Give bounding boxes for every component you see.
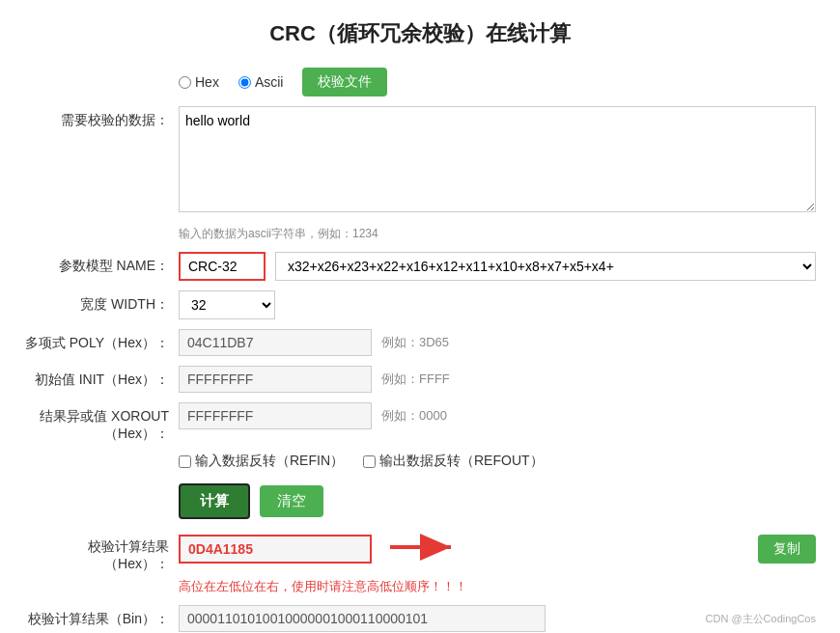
data-hint: 输入的数据为ascii字符串，例如：1234 [179,226,378,242]
data-input-row: 需要校验的数据： hello world 输入的数据为ascii字符串，例如：1… [24,106,816,242]
result-bin-input[interactable] [179,605,546,632]
cdn-watermark: CDN @主公CodingCos [706,612,816,626]
result-bin-row: 校验计算结果（Bin）： CDN @主公CodingCos [24,605,816,632]
result-hex-input[interactable] [179,535,372,564]
action-row: 计算 清空 [24,483,816,519]
param-name-input[interactable] [179,252,266,281]
refin-label[interactable]: 输入数据反转（REFIN） [179,453,344,470]
param-name-row: 参数模型 NAME： x32+x26+x23+x22+x16+x12+x11+x… [24,252,816,281]
arrow-icon [385,533,462,564]
init-example: 例如：FFFF [381,371,450,388]
width-row: 宽度 WIDTH： 32 16 8 [24,290,816,319]
calc-button[interactable]: 计算 [179,483,250,519]
poly-input[interactable] [179,329,372,356]
input-mode-row: Hex Ascii 校验文件 [24,68,816,96]
result-bin-label: 校验计算结果（Bin）： [24,605,179,628]
xorout-label: 结果异或值 XOROUT（Hex）： [24,402,179,443]
data-label: 需要校验的数据： [24,106,179,129]
refin-checkbox[interactable] [179,455,191,468]
copy-button[interactable]: 复制 [758,535,816,564]
radio-ascii-text: Ascii [255,74,284,90]
width-select[interactable]: 32 16 8 [179,290,275,319]
result-hex-row: 校验计算结果（Hex）： 复制 高位在左低位在 [24,533,816,595]
init-row: 初始值 INIT（Hex）： 例如：FFFF [24,366,816,393]
param-name-label: 参数模型 NAME： [24,252,179,275]
data-textarea[interactable]: hello world [179,106,816,212]
xorout-example: 例如：0000 [381,407,447,425]
width-label: 宽度 WIDTH： [24,290,179,314]
reflect-row: 输入数据反转（REFIN） 输出数据反转（REFOUT） [24,453,816,470]
init-label: 初始值 INIT（Hex）： [24,366,179,389]
poly-label: 多项式 POLY（Hex）： [24,329,179,352]
refout-checkbox[interactable] [363,455,376,468]
xorout-input[interactable] [179,402,372,429]
radio-ascii-label[interactable]: Ascii [238,74,284,90]
poly-example: 例如：3D65 [381,334,449,351]
result-hex-label: 校验计算结果（Hex）： [24,533,179,573]
refout-text: 输出数据反转（REFOUT） [379,453,544,470]
radio-hex-label[interactable]: Hex [179,74,219,90]
result-warning: 高位在左低位在右，使用时请注意高低位顺序！！！ [179,578,467,595]
clear-button[interactable]: 清空 [260,485,323,517]
refout-label[interactable]: 输出数据反转（REFOUT） [363,453,544,470]
poly-formula-select[interactable]: x32+x26+x23+x22+x16+x12+x11+x10+x8+x7+x5… [275,252,816,281]
xorout-row: 结果异或值 XOROUT（Hex）： 例如：0000 [24,402,816,443]
poly-row: 多项式 POLY（Hex）： 例如：3D65 [24,329,816,356]
radio-hex-text: Hex [195,74,219,90]
radio-ascii[interactable] [238,76,251,89]
page-title: CRC（循环冗余校验）在线计算 [24,19,816,48]
radio-hex[interactable] [179,76,191,89]
refin-text: 输入数据反转（REFIN） [195,453,344,470]
verify-file-button[interactable]: 校验文件 [302,68,387,96]
init-input[interactable] [179,366,372,393]
